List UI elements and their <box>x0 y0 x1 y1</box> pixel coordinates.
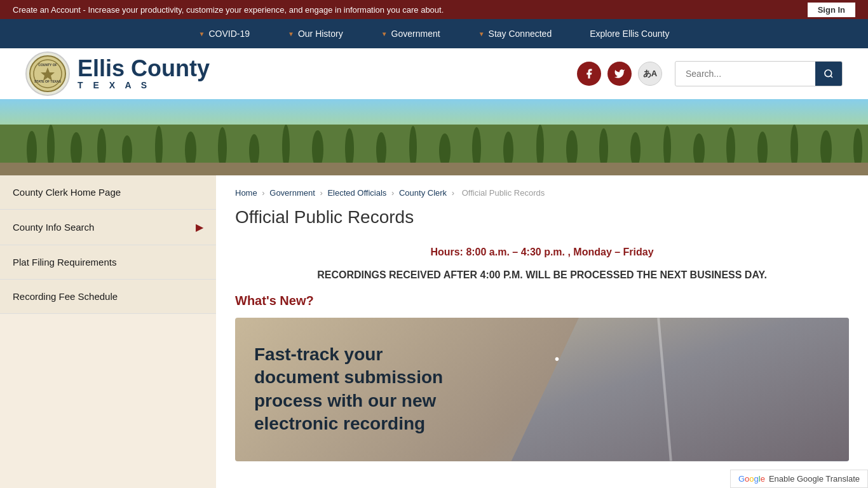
svg-point-29 <box>693 133 705 168</box>
site-subtitle: T E X A S <box>78 80 210 90</box>
sidebar-item-county-info: County Info Search ▶ <box>0 210 216 245</box>
nav-item-stay-connected[interactable]: ▼ Stay Connected <box>459 19 571 48</box>
breadcrumb-home[interactable]: Home <box>235 188 257 198</box>
content-area: County Clerk Home Page County Info Searc… <box>0 175 868 488</box>
logo-area: COUNTY OF STATE OF TEXAS Ellis County T … <box>25 51 210 96</box>
breadcrumb: Home › Government › Elected Officials › … <box>235 188 849 198</box>
promo-title: Fast-track your document submission proc… <box>254 343 470 436</box>
social-icons: あA <box>577 62 662 86</box>
logo-text: Ellis County T E X A S <box>78 57 210 90</box>
site-title: Ellis County <box>78 57 210 80</box>
promo-card: Fast-track your document submission proc… <box>235 318 849 461</box>
svg-text:STATE OF TEXAS: STATE OF TEXAS <box>34 79 62 83</box>
promo-left: Fast-track your document submission proc… <box>254 343 529 436</box>
breadcrumb-sep4: › <box>452 188 457 198</box>
facebook-icon[interactable] <box>577 62 601 86</box>
search-button[interactable] <box>815 62 842 86</box>
nav-arrow-covid: ▼ <box>199 30 205 37</box>
svg-point-27 <box>630 132 641 168</box>
sidebar-label-recording-fee: Recording Fee Schedule <box>13 291 118 302</box>
nav-label-history: Our History <box>298 29 343 39</box>
sidebar-label-plat-filing: Plat Filing Requirements <box>13 257 116 268</box>
whats-new-heading: What's New? <box>235 294 849 308</box>
svg-point-9 <box>71 132 82 168</box>
sidebar-link-clerk-home[interactable]: County Clerk Home Page <box>0 175 216 209</box>
breadcrumb-clerk[interactable]: County Clerk <box>399 188 447 198</box>
search-input[interactable] <box>675 64 815 84</box>
hours-text: Hours: 8:00 a.m. – 4:30 p.m. , Monday – … <box>235 247 849 258</box>
translate-label: Enable Google Translate <box>769 474 860 484</box>
sidebar-arrow-county-info: ▶ <box>196 221 203 233</box>
nav-label-explore: Explore Ellis County <box>590 29 669 39</box>
sidebar-label-county-info: County Info Search <box>13 222 94 233</box>
notice-text: RECORDINGS RECEIVED AFTER 4:00 P.M. WILL… <box>235 269 849 281</box>
nav-label-stay: Stay Connected <box>489 29 552 39</box>
svg-point-12 <box>155 126 163 169</box>
sidebar-label-clerk-home: County Clerk Home Page <box>13 187 121 198</box>
svg-point-11 <box>122 135 132 167</box>
sign-in-button[interactable]: Sign In <box>808 3 855 17</box>
page-title: Official Public Records <box>235 207 849 234</box>
nav-item-government[interactable]: ▼ Government <box>362 19 459 48</box>
breadcrumb-sep2: › <box>320 188 325 198</box>
sidebar-item-plat-filing: Plat Filing Requirements <box>0 245 216 280</box>
search-area <box>675 61 843 86</box>
header-right: あA <box>577 61 843 86</box>
svg-point-15 <box>249 134 259 167</box>
breadcrumb-government[interactable]: Government <box>269 188 315 198</box>
svg-point-32 <box>790 125 798 169</box>
svg-point-5 <box>825 70 832 77</box>
svg-point-24 <box>536 125 544 169</box>
main-content: Home › Government › Elected Officials › … <box>216 175 868 488</box>
hero-image <box>0 99 868 175</box>
nav-arrow-government: ▼ <box>381 30 388 37</box>
translate-toggle-icon[interactable]: あA <box>638 62 662 86</box>
google-g-icon: Google <box>738 474 765 484</box>
sidebar-menu: County Clerk Home Page County Info Searc… <box>0 175 216 314</box>
banner-text: Create an Account - Increase your produc… <box>13 5 444 15</box>
svg-point-21 <box>439 133 451 168</box>
svg-point-28 <box>663 126 671 169</box>
breadcrumb-elected[interactable]: Elected Officials <box>327 188 386 198</box>
seal-logo: COUNTY OF STATE OF TEXAS <box>25 51 70 96</box>
nav-label-covid: COVID-19 <box>208 29 250 39</box>
main-navigation: ▼ COVID-19 ▼ Our History ▼ Government ▼ … <box>0 19 868 48</box>
nav-label-government: Government <box>391 29 440 39</box>
nav-arrow-stay: ▼ <box>478 30 485 37</box>
twitter-icon[interactable] <box>607 62 632 86</box>
top-banner: Create an Account - Increase your produc… <box>0 0 868 19</box>
svg-point-20 <box>409 126 417 169</box>
svg-point-19 <box>376 132 386 168</box>
breadcrumb-sep1: › <box>262 188 267 198</box>
sidebar-item-recording-fee: Recording Fee Schedule <box>0 280 216 314</box>
road-line <box>657 318 672 461</box>
breadcrumb-current: Official Public Records <box>462 188 545 198</box>
nav-item-history[interactable]: ▼ Our History <box>269 19 362 48</box>
google-translate-bar[interactable]: Google Enable Google Translate <box>730 470 868 488</box>
sidebar-link-recording-fee[interactable]: Recording Fee Schedule <box>0 280 216 313</box>
nav-item-covid[interactable]: ▼ COVID-19 <box>180 19 269 48</box>
sidebar-link-county-info[interactable]: County Info Search ▶ <box>0 210 216 245</box>
nav-arrow-history: ▼ <box>288 30 294 37</box>
nav-item-explore[interactable]: Explore Ellis County <box>571 19 688 48</box>
svg-point-16 <box>282 125 290 169</box>
sidebar-link-plat-filing[interactable]: Plat Filing Requirements <box>0 245 216 279</box>
sidebar: County Clerk Home Page County Info Searc… <box>0 175 216 488</box>
breadcrumb-sep3: › <box>391 188 397 198</box>
sidebar-item-clerk-home: County Clerk Home Page <box>0 175 216 210</box>
svg-point-8 <box>47 125 55 169</box>
svg-rect-35 <box>0 163 868 175</box>
svg-text:COUNTY OF: COUNTY OF <box>38 63 57 67</box>
site-header: COUNTY OF STATE OF TEXAS Ellis County T … <box>0 48 868 99</box>
road-visual <box>512 318 849 461</box>
